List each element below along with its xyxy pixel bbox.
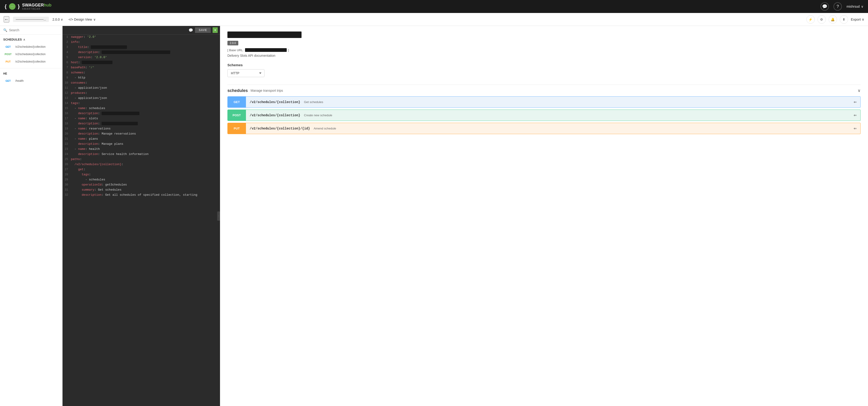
code-line-22: 22 description: Manage plans xyxy=(63,142,220,147)
code-line-27: 27 get: xyxy=(63,167,220,172)
code-line-31: 31 summary: Get schedules xyxy=(63,187,220,192)
code-line-24: 24 description: Service health informati… xyxy=(63,152,220,157)
user-chevron-icon: ∨ xyxy=(861,5,863,8)
base-url-label: [ Base URL: xyxy=(227,49,244,52)
export-button[interactable]: Export ∨ xyxy=(851,18,864,22)
sidebar: 🔍 SCHEDULES ∧ GET /v2/schedules/{collect… xyxy=(0,26,63,406)
design-view-chevron-icon: ∨ xyxy=(93,18,96,21)
get-endpoint-arrow: ⇐ xyxy=(854,100,860,104)
help-icon[interactable]: ? xyxy=(834,2,842,11)
logo-text: SWAGGERhub SMARTBEAR xyxy=(22,3,52,10)
right-panel: 2.0.0 [ Base URL: ] Delivery Slots API d… xyxy=(220,26,868,406)
export-label: Export xyxy=(851,18,861,21)
put-endpoint-path: /v2/schedules/{collection}/{id} xyxy=(246,127,314,130)
gear-button[interactable]: ⚙ xyxy=(817,15,826,24)
version-tag: 2.0.0 xyxy=(227,41,238,45)
lightning-button[interactable]: ⚡ xyxy=(806,15,815,24)
logo-swagger-text: SWAGGERhub xyxy=(22,3,52,8)
logo-dots: ··· xyxy=(9,3,16,10)
section-chevron-icon: ∧ xyxy=(23,38,25,41)
share-button[interactable]: ⬆ xyxy=(840,15,848,24)
schemes-select[interactable]: HTTP HTTPS xyxy=(227,69,265,77)
api-description: Delivery Slots API documentation xyxy=(227,54,861,57)
editor-toolbar: 💬 SAVE ▾ xyxy=(63,26,220,34)
section-description: Manage transport trips xyxy=(251,89,283,92)
code-line-3: 3 title: ████████████████████ xyxy=(63,45,220,50)
editor-resize-handle[interactable]: ⋮ xyxy=(217,212,220,221)
editor-panel: 💬 SAVE ▾ 1 swagger: '2.0' 2 info: 3 titl… xyxy=(63,26,220,406)
code-line-18: 18 description: ████████████████████ xyxy=(63,121,220,126)
code-line-29: 29 - schedules xyxy=(63,177,220,182)
post-endpoint-arrow: ⇐ xyxy=(854,113,860,118)
code-line-12: 12 produces: xyxy=(63,91,220,96)
api-title-redacted xyxy=(227,31,302,38)
base-url-close: ] xyxy=(288,49,289,52)
endpoint-card-get[interactable]: GET /v2/schedules/{collection} Get sched… xyxy=(227,96,861,108)
search-box: 🔍 xyxy=(0,26,62,34)
code-line-32: 32 description: Get all schedules of spe… xyxy=(63,192,220,197)
api-title-block: 2.0.0 [ Base URL: ] Delivery Slots API d… xyxy=(227,31,861,57)
top-nav: { ··· } SWAGGERhub SMARTBEAR 💬 ? mishrsu… xyxy=(0,0,868,13)
code-line-11: 11 - application/json xyxy=(63,86,220,91)
sidebar-he-label: HE xyxy=(0,70,62,77)
code-line-7: 7 basePath: '/' xyxy=(63,65,220,70)
endpoint-path-post: /v2/schedules/{collection xyxy=(15,53,45,56)
code-line-2: 2 info: xyxy=(63,40,220,45)
code-line-23: 23 - name: health xyxy=(63,147,220,152)
back-button[interactable]: ← xyxy=(4,16,9,23)
endpoint-card-put[interactable]: PUT /v2/schedules/{collection}/{id} Amen… xyxy=(227,123,861,134)
sidebar-section-title[interactable]: SCHEDULES ∧ xyxy=(3,38,59,41)
sidebar-item-get-schedules[interactable]: GET /v2/schedules/{collection xyxy=(0,43,62,51)
section-title-label: SCHEDULES xyxy=(3,38,22,41)
code-line-1: 1 swagger: '2.0' xyxy=(63,34,220,40)
search-input[interactable] xyxy=(9,28,59,32)
endpoint-path-get: /v2/schedules/{collection xyxy=(15,45,45,49)
code-line-17: 17 - name: slots xyxy=(63,116,220,121)
toolbar: ← ─────────────... 2.0.0 ∨ </> Design Vi… xyxy=(0,13,868,26)
search-icon: 🔍 xyxy=(3,28,7,32)
put-method-block: PUT xyxy=(227,123,246,134)
version-dropdown[interactable]: 2.0.0 ∨ xyxy=(53,18,63,21)
post-endpoint-summary: Create new schedule xyxy=(304,114,854,117)
code-line-20: 20 description: Manage reservations xyxy=(63,131,220,136)
logo-smartbear-text: SMARTBEAR xyxy=(22,8,52,10)
code-line-14: 14 tags: xyxy=(63,101,220,106)
logo-dots-inner: ··· xyxy=(11,5,14,8)
get-method-block: GET xyxy=(227,97,246,107)
main-layout: 🔍 SCHEDULES ∧ GET /v2/schedules/{collect… xyxy=(0,26,868,406)
schedules-section-header[interactable]: schedules Manage transport trips ∨ xyxy=(227,85,861,96)
editor-comment-icon[interactable]: 💬 xyxy=(188,28,193,32)
export-chevron-icon: ∨ xyxy=(862,18,864,22)
design-view-button[interactable]: </> Design View ∨ xyxy=(68,18,96,21)
code-line-10: 10 consumes: xyxy=(63,81,220,86)
version-chevron-icon: ∨ xyxy=(61,18,63,21)
method-post-badge: POST xyxy=(3,52,13,56)
sidebar-item-put-schedules[interactable]: PUT /v2/schedules/{collection xyxy=(0,58,62,65)
api-name-label: ─────────────... xyxy=(13,17,49,22)
save-button[interactable]: SAVE xyxy=(195,27,211,33)
code-line-13: 13 - application/json xyxy=(63,96,220,101)
code-line-16: 16 description: ████████████████████. xyxy=(63,111,220,116)
code-line-30: 30 operationId: getSchedules xyxy=(63,182,220,187)
bell-button[interactable]: 🔔 xyxy=(829,15,837,24)
code-area[interactable]: 1 swagger: '2.0' 2 info: 3 title: ██████… xyxy=(63,34,220,406)
code-line-28: 28 tags: xyxy=(63,172,220,177)
post-endpoint-path: /v2/schedules/{collection} xyxy=(246,114,304,117)
base-url-row: [ Base URL: ] xyxy=(227,48,861,52)
get-endpoint-summary: Get schedules xyxy=(304,100,854,104)
sidebar-item-post-schedules[interactable]: POST /v2/schedules/{collection xyxy=(0,51,62,58)
endpoint-card-post[interactable]: POST /v2/schedules/{collection} Create n… xyxy=(227,110,861,121)
endpoint-path-put: /v2/schedules/{collection xyxy=(15,60,45,63)
sidebar-endpoints: GET /v2/schedules/{collection POST /v2/s… xyxy=(0,42,62,66)
post-method-block: POST xyxy=(227,110,246,121)
put-endpoint-summary: Amend schedule xyxy=(314,127,854,130)
code-line-8: 8 schemes: xyxy=(63,70,220,75)
save-dropdown-button[interactable]: ▾ xyxy=(213,27,218,33)
put-endpoint-arrow: ⇐ xyxy=(854,126,860,131)
toolbar-right: ⚡ ⚙ 🔔 ⬆ Export ∨ xyxy=(806,15,864,24)
schemes-section: Schemes HTTP HTTPS xyxy=(227,63,861,85)
user-menu[interactable]: mishrsud ∨ xyxy=(846,5,863,8)
comment-icon[interactable]: 💬 xyxy=(820,2,829,11)
sidebar-item-health[interactable]: GET /health xyxy=(0,77,62,85)
section-expand-icon: ∨ xyxy=(858,88,861,93)
